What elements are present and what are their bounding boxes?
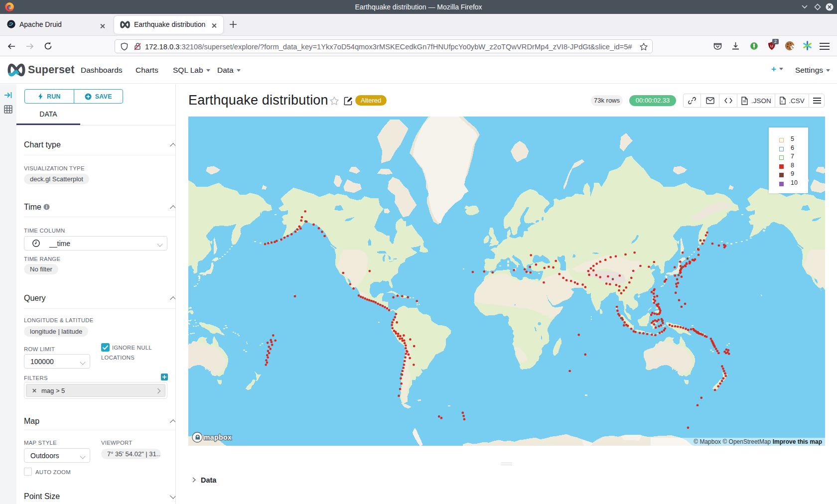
svg-text:mapbox: mapbox	[204, 433, 232, 441]
svg-text:x: x	[781, 100, 783, 103]
